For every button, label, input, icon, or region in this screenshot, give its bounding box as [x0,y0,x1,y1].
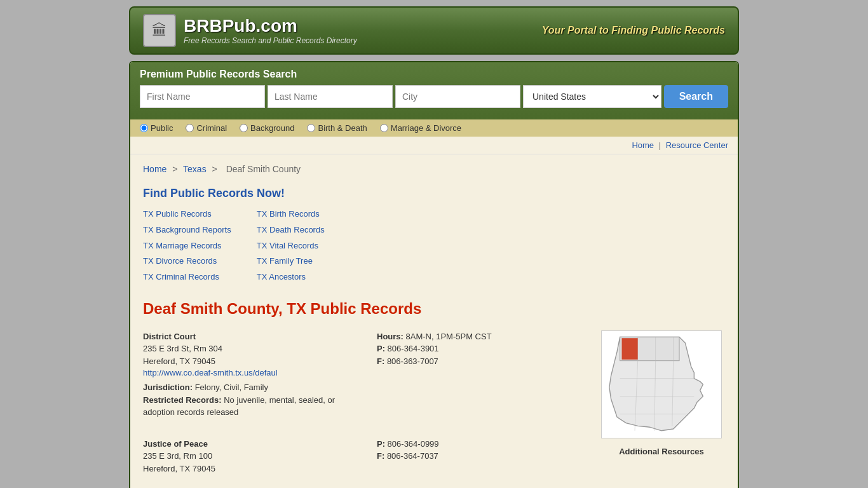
search-button[interactable]: Search [664,85,728,108]
records-right-link[interactable]: TX Vital Records [257,240,325,253]
content-area: Home > Texas > Deaf Smith County Find Pu… [130,154,738,488]
records-right-link[interactable]: TX Birth Records [257,208,325,221]
nav-separator: | [659,140,661,150]
district-court-addr2: Hereford, TX 79045 [143,355,351,368]
search-inputs-row: United States Search [140,85,728,108]
county-title: Deaf Smith County, TX Public Records [143,300,725,318]
records-left-link[interactable]: TX Marriage Records [143,240,231,253]
city-input[interactable] [395,85,520,108]
breadcrumb-sep1: > [172,164,177,174]
portal-text: Your Portal to Finding Public Records [542,25,725,36]
logo-text: BRBPub.com Free Records Search and Publi… [184,16,357,45]
justice-of-peace-addr2: Hereford, TX 79045 [143,463,351,475]
radio-criminal[interactable]: Criminal [186,123,227,133]
radio-background[interactable]: Background [240,123,294,133]
content-main: District Court 235 E 3rd St, Rm 304 Here… [143,330,585,488]
texas-map [598,330,725,440]
search-title: Premium Public Records Search [140,69,728,80]
texas-map-svg [601,330,722,438]
radio-row: Public Criminal Background Birth & Death… [130,119,738,137]
country-select[interactable]: United States [523,85,661,108]
records-left-col: TX Public RecordsTX Background ReportsTX… [143,208,231,284]
radio-public[interactable]: Public [140,123,173,133]
records-right-link[interactable]: TX Family Tree [257,255,325,268]
svg-rect-7 [621,338,637,360]
breadcrumb: Home > Texas > Deaf Smith County [143,164,725,174]
radio-marriage-divorce[interactable]: Marriage & Divorce [380,123,461,133]
breadcrumb-county: Deaf Smith County [226,164,301,174]
records-right-link[interactable]: TX Death Records [257,224,325,237]
breadcrumb-state[interactable]: Texas [183,164,207,174]
records-left-link[interactable]: TX Background Reports [143,224,231,237]
resource-center-link[interactable]: Resource Center [666,140,728,150]
justice-of-peace-name: Justice of Peace [143,438,351,451]
records-right-link[interactable]: TX Ancestors [257,271,325,284]
records-left-link[interactable]: TX Divorce Records [143,255,231,268]
breadcrumb-home[interactable]: Home [143,164,166,174]
justice-of-peace-addr1: 235 E 3rd, Rm 100 [143,450,351,463]
site-header: 🏛 BRBPub.com Free Records Search and Pub… [129,6,739,55]
records-links: TX Public RecordsTX Background ReportsTX… [143,208,725,284]
last-name-input[interactable] [268,85,393,108]
content-split: District Court 235 E 3rd St, Rm 304 Here… [143,330,725,488]
content-sidebar: Additional Resources [598,330,725,488]
site-tagline: Free Records Search and Public Records D… [184,36,357,45]
breadcrumb-sep2: > [212,164,217,174]
justice-of-peace-entry: Justice of Peace 235 E 3rd, Rm 100 Heref… [143,438,585,482]
logo-icon: 🏛 [143,14,176,47]
district-court-addr1: 235 E 3rd St, Rm 304 [143,342,351,355]
site-name: BRBPub.com [184,16,357,36]
logo-area: 🏛 BRBPub.com Free Records Search and Pub… [143,14,357,47]
nav-links: Home | Resource Center [130,137,738,154]
district-court-name: District Court [143,330,351,343]
records-left-link[interactable]: TX Public Records [143,208,231,221]
find-records-title: Find Public Records Now! [143,187,725,200]
additional-resources-label: Additional Resources [598,447,725,456]
district-court-entry: District Court 235 E 3rd St, Rm 304 Here… [143,330,585,425]
records-left-link[interactable]: TX Criminal Records [143,271,231,284]
main-container: Premium Public Records Search United Sta… [129,61,739,488]
home-nav-link[interactable]: Home [632,140,654,150]
district-court-url[interactable]: http://www.co.deaf-smith.tx.us/defaul [143,368,278,377]
radio-birth-death[interactable]: Birth & Death [307,123,367,133]
first-name-input[interactable] [140,85,265,108]
search-section: Premium Public Records Search United Sta… [130,62,738,119]
records-right-col: TX Birth RecordsTX Death RecordsTX Vital… [257,208,325,284]
